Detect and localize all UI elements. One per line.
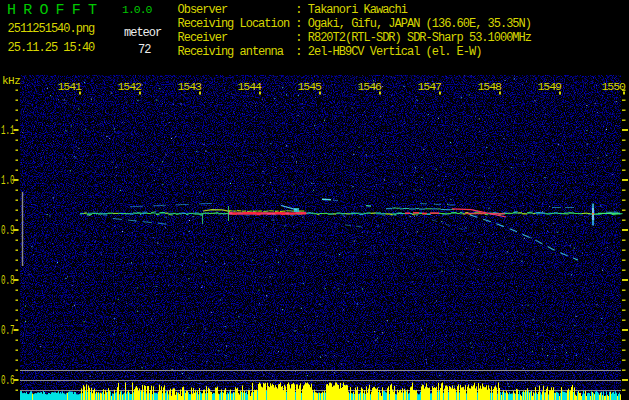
svg-text:1.0: 1.0 <box>1 173 14 188</box>
svg-text:Receiver : R820T2(RT: Receiver : R820T2(RTL-SDR) SDR-Sharp 53.… <box>178 31 532 45</box>
svg-text:1550: 1550 <box>601 80 626 93</box>
svg-text:1.1: 1.1 <box>1 123 14 138</box>
svg-text:2511251540.png: 2511251540.png <box>8 22 96 36</box>
svg-text:1545: 1545 <box>297 80 322 93</box>
svg-text:1543: 1543 <box>177 80 202 93</box>
svg-text:1541: 1541 <box>57 80 82 93</box>
svg-text:1544: 1544 <box>237 80 262 93</box>
svg-text:1547: 1547 <box>417 80 441 93</box>
svg-text:Receiving Location : Ogaki, Gi: Receiving Location : Ogaki, Gifu, JAPAN … <box>178 17 531 31</box>
svg-text:0.6: 0.6 <box>1 373 14 388</box>
svg-text:0.9: 0.9 <box>1 223 14 238</box>
svg-text:1542: 1542 <box>117 80 142 93</box>
svg-text:0.8: 0.8 <box>1 273 14 288</box>
svg-text:72: 72 <box>138 43 151 57</box>
svg-text:25.11.25 15:40: 25.11.25 15:40 <box>8 41 96 55</box>
svg-text:kHz: kHz <box>2 75 20 87</box>
svg-text:1548: 1548 <box>477 80 502 93</box>
svg-text:1546: 1546 <box>357 80 382 93</box>
svg-text:Receiving antenna : 2el-HB9CV: Receiving antenna : 2el-HB9CV Vertical (… <box>178 45 482 59</box>
svg-text:meteor: meteor <box>124 26 162 40</box>
svg-text:1549: 1549 <box>537 80 562 93</box>
svg-text:0.7: 0.7 <box>1 323 14 338</box>
svg-text:Observer : Takanori: Observer : Takanori Kawachi <box>178 3 408 17</box>
svg-text:1.0.0: 1.0.0 <box>122 3 153 16</box>
svg-text:H R O F F T: H R O F F T <box>7 2 97 19</box>
